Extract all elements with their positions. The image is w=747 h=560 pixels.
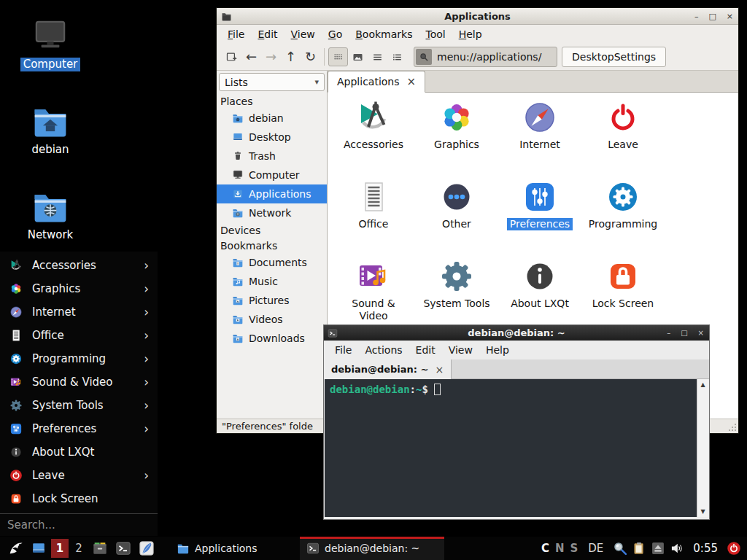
clipboard-tray-icon[interactable] [630,539,649,558]
up-button[interactable]: ↑ [281,47,301,66]
icon-view-button[interactable] [328,47,348,66]
back-button[interactable]: ← [241,47,261,66]
resize-grip[interactable] [728,423,737,432]
menu-view[interactable]: View [442,342,479,358]
menu-help[interactable]: Help [452,26,489,42]
sidebar-place-debian[interactable]: debian [217,109,327,128]
menu-actions[interactable]: Actions [358,342,409,358]
keyboard-layout-indicator[interactable]: DE [588,542,603,555]
menu-item-about-lxqt[interactable]: About LXQt [0,440,158,464]
quicklaunch-terminal[interactable] [112,537,135,560]
menu-item-office[interactable]: Office › [0,324,158,347]
clock[interactable]: 0:55 [693,542,718,555]
app-item-accessories[interactable]: Accessories [332,96,415,176]
menu-bookmarks[interactable]: Bookmarks [349,26,419,42]
app-item-graphics[interactable]: Graphics [415,96,498,176]
menu-item-lock-screen[interactable]: Lock Screen [0,487,158,510]
menu-go[interactable]: Go [322,26,349,42]
submenu-arrow-icon: › [144,353,149,365]
app-item-office[interactable]: Office [332,176,415,255]
start-menu-button[interactable] [4,537,27,560]
app-item-leave[interactable]: Leave [581,96,665,176]
app-item-sound-video[interactable]: Sound & Video [332,255,415,335]
scroll-down-icon[interactable]: ▼ [700,508,705,515]
menu-item-accessories[interactable]: Accessories › [0,254,158,277]
tab-applications[interactable]: Applications × [328,71,425,93]
close-icon[interactable]: × [698,330,704,337]
app-item-preferences[interactable]: Preferences [498,176,581,255]
menu-item-graphics[interactable]: Graphics › [0,277,158,300]
quicklaunch-file-manager[interactable] [88,537,112,560]
forward-button[interactable]: → [261,47,281,66]
menu-item-system-tools[interactable]: System Tools › [0,394,158,417]
menu-edit[interactable]: Edit [409,342,442,358]
app-item-about-lxqt[interactable]: About LXQt [498,255,581,335]
quicklaunch-featherpad[interactable] [135,537,158,560]
sidebar-place-applications[interactable]: Applications [217,184,327,203]
app-item-lock-screen[interactable]: Lock Screen [581,255,665,335]
sidebar-place-network[interactable]: Network [217,203,327,222]
fm-titlebar[interactable]: Applications – □ × [217,8,738,25]
show-desktop-button[interactable] [27,537,50,560]
desktop-icon-computer[interactable]: Computer [10,16,90,71]
sidebar-mode-combobox[interactable]: Lists ▾ [219,73,325,91]
menu-item-programming[interactable]: Programming › [0,347,158,370]
reload-button[interactable]: ↻ [301,47,320,66]
search-input[interactable] [7,518,150,532]
sidebar-bookmark-videos[interactable]: Videos [217,310,327,329]
sidebar-place-trash[interactable]: Trash [217,147,327,166]
maximize-icon[interactable]: □ [681,330,687,337]
workspace-2-button[interactable]: 2 [70,539,88,558]
menu-file[interactable]: File [221,26,251,42]
volume-tray-icon[interactable] [667,539,686,558]
menu-edit[interactable]: Edit [251,26,284,42]
menu-item-preferences[interactable]: Preferences › [0,417,158,440]
compact-view-icon [371,51,384,63]
app-item-system-tools[interactable]: System Tools [415,255,498,335]
sidebar-bookmark-music[interactable]: Music [217,272,327,291]
sidebar-bookmark-pictures[interactable]: Pictures [217,291,327,310]
sidebar-place-computer[interactable]: Computer [217,166,327,184]
desktop-icon-network[interactable]: Network [10,187,90,242]
tab-close-icon[interactable]: × [407,77,417,88]
task-button-applications[interactable]: Applications [170,537,295,560]
thumbnail-view-button[interactable] [348,47,368,66]
app-item-programming[interactable]: Programming [581,176,665,255]
sidebar-bookmark-documents[interactable]: Documents [217,253,327,272]
task-button-terminal[interactable]: debian@debian: ~ [300,537,444,560]
app-item-internet[interactable]: Internet [498,96,581,176]
menu-item-sound-video[interactable]: Sound & Video › [0,370,158,394]
compact-view-button[interactable] [368,47,387,66]
path-text[interactable]: menu://applications/ [432,51,541,63]
sidebar-bookmark-downloads[interactable]: Downloads [217,329,327,348]
app-item-other[interactable]: Other [415,176,498,255]
minimize-icon[interactable]: – [694,12,699,20]
leave-button[interactable] [724,539,743,558]
terminal-titlebar[interactable]: debian@debian: ~ – □ × [324,325,709,341]
terminal-screen[interactable]: debian@debian:~$ [325,379,697,517]
tab-close-icon[interactable]: × [435,364,444,376]
sidebar-place-desktop[interactable]: Desktop [217,128,327,147]
path-search-box[interactable] [416,49,432,65]
num-lock-indicator: N [555,542,565,555]
menu-item-internet[interactable]: Internet › [0,300,158,324]
minimize-icon[interactable]: – [667,330,670,337]
removable-media-tray-icon[interactable] [649,539,667,558]
close-icon[interactable]: × [727,12,733,20]
terminal-scrollbar[interactable]: ▲ ▼ [697,379,708,517]
maximize-icon[interactable]: □ [708,12,716,20]
menu-item-leave[interactable]: Leave › [0,464,158,487]
workspace-1-button[interactable]: 1 [51,539,69,558]
menu-view[interactable]: View [285,26,322,42]
menu-tool[interactable]: Tool [419,26,452,42]
desktop-icon-debian[interactable]: debian [10,101,90,157]
desktop-settings-button[interactable]: DesktopSettings [562,47,666,67]
terminal-tab[interactable]: debian@debian: ~ × [324,359,452,379]
menu-file[interactable]: File [328,342,358,358]
path-bar[interactable]: menu://applications/ [414,47,557,67]
screenshot-tool-tray-icon[interactable] [611,539,630,558]
scroll-up-icon[interactable]: ▲ [700,381,705,388]
detailed-view-button[interactable] [387,47,407,66]
menu-help[interactable]: Help [479,342,516,358]
new-tab-button[interactable] [222,47,241,66]
